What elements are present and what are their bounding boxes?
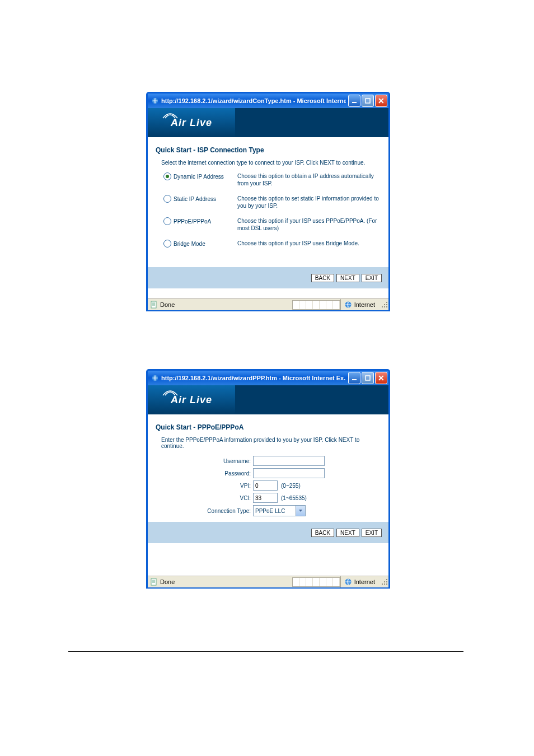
back-button[interactable]: BACK [311,274,334,282]
instruction-text: Select the internet connection type to c… [161,160,381,166]
status-text: Done [160,578,175,585]
minimize-button[interactable] [348,372,360,384]
status-bar: Done Internet [148,298,388,310]
status-bar: Done Internet [148,576,388,587]
zone-internet-icon [344,301,352,309]
option-bridge[interactable]: Bridge Mode Choose this option if your I… [163,240,381,248]
option-static-ip[interactable]: Static IP Address Choose this option to … [163,195,381,209]
zone-internet-icon [344,578,352,586]
svg-rect-6 [352,379,357,380]
vci-input[interactable] [253,493,278,503]
zone-text: Internet [354,301,375,308]
page-icon [150,578,158,586]
label-password: Password: [156,470,253,477]
option-dynamic-ip[interactable]: Dynamic IP Address Choose this option to… [163,172,381,187]
back-button[interactable]: BACK [311,529,334,537]
label-vpi: VPI: [156,483,253,489]
svg-rect-2 [366,99,370,103]
row-vci: VCI: (1~65535) [156,493,381,503]
radio-icon[interactable] [163,240,171,248]
conntype-select[interactable]: PPPoE LLC [253,505,306,516]
exit-button[interactable]: EXIT [362,529,382,537]
logo-band: Air Live [148,385,388,414]
zone-text: Internet [354,578,375,585]
resize-grip-icon[interactable] [381,578,388,586]
select-value: PPPoE LLC [254,506,296,516]
minimize-button[interactable] [348,95,360,107]
option-desc: Choose this option to obtain a IP addres… [237,172,381,187]
svg-rect-1 [352,102,357,103]
button-bar: BACK NEXT EXIT [148,267,388,288]
radio-icon[interactable] [163,217,171,225]
titlebar[interactable]: http://192.168.2.1/wizard/wizardConType.… [148,94,388,108]
radio-icon[interactable] [163,172,171,180]
option-label: Static IP Address [174,196,216,202]
ie-favicon-icon [151,374,159,382]
window-title: http://192.168.2.1/wizard/wizardConType.… [161,97,346,104]
option-desc: Choose this option if your ISP uses PPPo… [237,217,381,232]
option-desc: Choose this option if your ISP uses Brid… [237,240,381,247]
ie-favicon-icon [151,97,159,105]
password-input[interactable] [253,468,325,478]
svg-rect-8 [151,578,156,585]
next-button[interactable]: NEXT [336,529,359,537]
button-bar: BACK NEXT EXIT [148,522,388,543]
row-username: Username: [156,456,381,466]
radio-icon[interactable] [163,195,171,203]
row-password: Password: [156,468,381,478]
label-conntype: Connection Type: [156,508,253,514]
next-button[interactable]: NEXT [336,274,359,282]
vpi-hint: (0~255) [281,483,301,489]
resize-grip-icon[interactable] [381,301,388,309]
maximize-button[interactable] [362,95,374,107]
logo: Air Live [148,108,235,137]
progress-cells [292,577,340,587]
exit-button[interactable]: EXIT [362,274,382,282]
close-button[interactable]: ✕ [375,372,387,384]
svg-rect-7 [366,376,370,380]
maximize-button[interactable] [362,372,374,384]
label-vci: VCI: [156,495,253,501]
browser-window-pppoe: http://192.168.2.1/wizard/wizardPPP.htm … [146,369,390,589]
titlebar[interactable]: http://192.168.2.1/wizard/wizardPPP.htm … [148,371,388,385]
option-pppoe[interactable]: PPPoE/PPPoA Choose this option if your I… [163,217,381,232]
option-label: Dynamic IP Address [174,174,224,180]
option-desc: Choose this option to set static IP info… [237,195,381,209]
svg-rect-3 [151,301,156,308]
close-button[interactable]: ✕ [375,95,387,107]
browser-window-isp-type: http://192.168.2.1/wizard/wizardConType.… [146,92,390,311]
label-username: Username: [156,458,253,464]
page-footer-rule [68,651,463,652]
option-label: PPPoE/PPPoA [174,218,211,225]
vci-hint: (1~65535) [281,495,307,501]
instruction-text: Enter the PPPoE/PPPoA information provid… [161,437,381,449]
page-heading: Quick Start - ISP Connection Type [156,146,381,154]
row-conntype: Connection Type: PPPoE LLC [156,505,381,516]
username-input[interactable] [253,456,325,466]
logo-band: Air Live [148,108,388,137]
page-heading: Quick Start - PPPoE/PPPoA [156,423,381,431]
option-label: Bridge Mode [174,241,205,247]
logo: Air Live [148,385,235,414]
page-icon [150,301,158,309]
window-title: http://192.168.2.1/wizard/wizardPPP.htm … [161,375,346,381]
row-vpi: VPI: (0~255) [156,480,381,491]
chevron-down-icon[interactable] [296,506,305,516]
status-text: Done [160,301,175,308]
vpi-input[interactable] [253,480,278,491]
progress-cells [292,300,340,310]
